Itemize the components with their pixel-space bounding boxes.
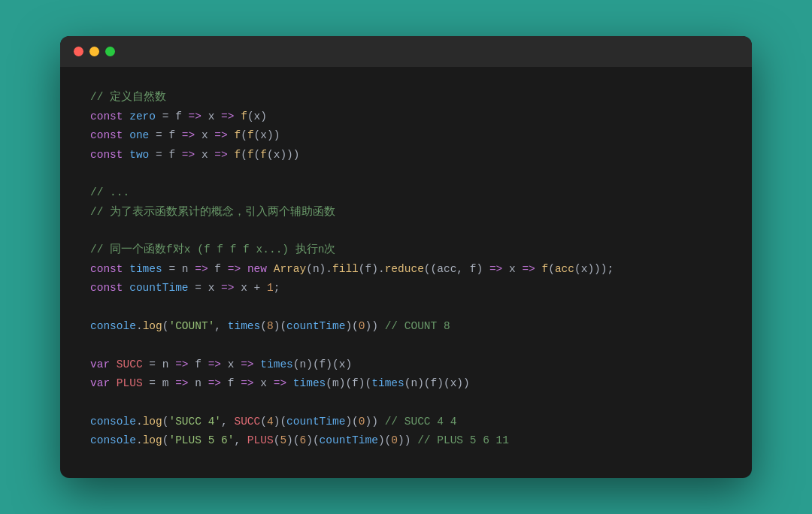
line-9: const countTime = x => x + 1;: [90, 279, 722, 298]
line-7: // 同一个函数f对x (f f f f x...) 执行n次: [90, 240, 722, 259]
close-button[interactable]: [74, 47, 83, 56]
code-window: // 定义自然数 const zero = f => x => f(x) con…: [60, 36, 752, 477]
line-3: const one = f => x => f(f(x)): [90, 126, 722, 145]
line-13: console.log('SUCC 4', SUCC(4)(countTime)…: [90, 413, 722, 431]
line-4: const two = f => x => f(f(f(x))): [90, 146, 722, 165]
line-5: // ...: [90, 183, 722, 202]
line-12: var PLUS = m => n => f => x => times(m)(…: [90, 374, 722, 393]
line-8: const times = n => f => new Array(n).fil…: [90, 260, 722, 279]
blank-4: [90, 336, 722, 355]
line-11: var SUCC = n => f => x => times(n)(f)(x): [90, 355, 722, 374]
titlebar: [60, 36, 752, 67]
blank-1: [90, 165, 722, 183]
line-14: console.log('PLUS 5 6', PLUS(5)(6)(count…: [90, 431, 722, 450]
blank-5: [90, 393, 722, 412]
code-editor: // 定义自然数 const zero = f => x => f(x) con…: [60, 67, 752, 477]
blank-3: [90, 298, 722, 317]
line-2: const zero = f => x => f(x): [90, 107, 722, 126]
line-1: // 定义自然数: [90, 88, 722, 107]
minimize-button[interactable]: [89, 47, 99, 56]
maximize-button[interactable]: [105, 47, 115, 56]
line-6: // 为了表示函数累计的概念，引入两个辅助函数: [90, 203, 722, 222]
blank-2: [90, 222, 722, 240]
line-10: console.log('COUNT', times(8)(countTime)…: [90, 317, 722, 336]
